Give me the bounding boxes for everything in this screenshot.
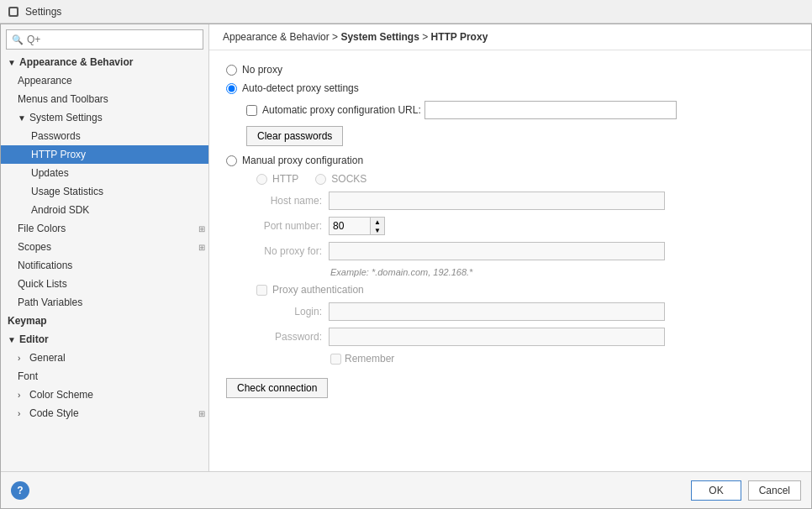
check-connection-row: Check connection xyxy=(226,378,794,398)
sidebar-item-label: General xyxy=(29,352,66,364)
sidebar-item-label: Keymap xyxy=(8,315,47,327)
auto-config-url-input[interactable] xyxy=(424,101,677,119)
check-connection-button[interactable]: Check connection xyxy=(226,378,328,398)
sidebar-item-label: HTTP Proxy xyxy=(31,149,86,160)
login-input[interactable] xyxy=(329,302,665,321)
auto-detect-label[interactable]: Auto-detect proxy settings xyxy=(242,82,359,94)
sidebar-item-path-variables[interactable]: Path Variables xyxy=(1,293,208,312)
remember-label: Remember xyxy=(345,353,394,365)
manual-proxy-label[interactable]: Manual proxy configuration xyxy=(242,155,363,166)
footer-buttons: OK Cancel xyxy=(691,480,801,501)
sidebar-item-editor[interactable]: ▼ Editor xyxy=(1,330,208,349)
sidebar-item-label: Notifications xyxy=(18,260,72,271)
sidebar-item-font[interactable]: Font xyxy=(1,367,208,386)
auto-detect-radio[interactable] xyxy=(226,83,237,94)
port-down-button[interactable]: ▼ xyxy=(371,226,384,234)
ok-button[interactable]: OK xyxy=(691,480,741,501)
footer-left: ? xyxy=(11,481,29,500)
settings-icon xyxy=(7,5,20,18)
sidebar-item-label: Editor xyxy=(19,333,49,345)
sidebar-item-android-sdk[interactable]: Android SDK xyxy=(1,201,208,219)
protocol-row: HTTP SOCKS xyxy=(256,173,794,185)
clear-passwords-button[interactable]: Clear passwords xyxy=(246,126,343,146)
no-proxy-label[interactable]: No proxy xyxy=(242,64,282,76)
sidebar-item-menus-toolbars[interactable]: Menus and Toolbars xyxy=(1,90,208,108)
port-input[interactable] xyxy=(329,217,371,235)
sidebar-item-http-proxy[interactable]: HTTP Proxy xyxy=(1,145,208,164)
proxy-auth-label: Proxy authentication xyxy=(272,284,364,296)
hostname-label: Host name: xyxy=(246,195,322,207)
login-row: Login: xyxy=(246,302,794,321)
noproxyfor-input[interactable] xyxy=(329,242,665,260)
breadcrumb-part3: HTTP Proxy xyxy=(431,31,488,43)
search-input[interactable] xyxy=(27,34,198,45)
sidebar-item-scopes[interactable]: Scopes ⊞ xyxy=(1,238,208,256)
password-label: Password: xyxy=(246,331,322,343)
sidebar-item-general[interactable]: › General xyxy=(1,349,208,367)
sidebar-item-system-settings[interactable]: ▼ System Settings xyxy=(1,108,208,127)
breadcrumb-sep2: > xyxy=(422,31,430,43)
sidebar: 🔍 ▼ Appearance & Behavior Appearance Men… xyxy=(1,24,209,471)
port-row: Port number: ▲ ▼ xyxy=(246,217,794,235)
sidebar-item-label: Updates xyxy=(31,167,69,179)
remember-row: Remember xyxy=(330,353,794,365)
sidebar-item-label: System Settings xyxy=(29,112,103,123)
port-up-button[interactable]: ▲ xyxy=(371,218,384,226)
sidebar-item-label: File Colors xyxy=(18,223,66,234)
sidebar-item-quick-lists[interactable]: Quick Lists xyxy=(1,275,208,293)
title-bar-text: Settings xyxy=(25,6,61,18)
sidebar-item-keymap[interactable]: Keymap xyxy=(1,312,208,330)
http-label: HTTP xyxy=(272,173,298,185)
sidebar-item-passwords[interactable]: Passwords xyxy=(1,127,208,145)
page-icon: ⊞ xyxy=(198,243,205,252)
port-spinner: ▲ ▼ xyxy=(329,217,385,235)
expand-arrow: ▼ xyxy=(18,113,26,123)
cancel-button[interactable]: Cancel xyxy=(748,480,801,501)
http-radio[interactable] xyxy=(256,174,267,185)
sidebar-item-notifications[interactable]: Notifications xyxy=(1,256,208,275)
proxy-auth-row: Proxy authentication xyxy=(256,284,794,296)
sidebar-item-label: Menus and Toolbars xyxy=(18,93,108,105)
noproxyfor-row: No proxy for: xyxy=(246,242,794,260)
search-box[interactable]: 🔍 xyxy=(6,29,203,50)
sidebar-item-updates[interactable]: Updates xyxy=(1,164,208,182)
sidebar-item-label: Color Scheme xyxy=(29,389,93,401)
sidebar-item-code-style[interactable]: › Code Style ⊞ xyxy=(1,404,208,422)
expand-arrow: ▼ xyxy=(8,335,16,344)
breadcrumb-part2: System Settings xyxy=(340,31,419,43)
sidebar-item-file-colors[interactable]: File Colors ⊞ xyxy=(1,219,208,238)
noproxyfor-label: No proxy for: xyxy=(246,245,322,257)
socks-radio[interactable] xyxy=(315,174,326,185)
remember-checkbox[interactable] xyxy=(330,354,341,365)
sidebar-item-label: Code Style xyxy=(29,407,79,419)
no-proxy-radio[interactable] xyxy=(226,65,237,76)
auto-config-row: Automatic proxy configuration URL: xyxy=(246,101,794,119)
content-area: No proxy Auto-detect proxy settings Auto… xyxy=(209,50,811,471)
auto-config-block: Automatic proxy configuration URL: Clear… xyxy=(246,101,794,146)
sidebar-item-appearance[interactable]: Appearance xyxy=(1,71,208,90)
auto-config-label[interactable]: Automatic proxy configuration URL: xyxy=(262,104,421,116)
sidebar-item-color-scheme[interactable]: › Color Scheme xyxy=(1,386,208,404)
proxy-auth-checkbox[interactable] xyxy=(256,285,267,296)
auto-detect-row: Auto-detect proxy settings xyxy=(226,82,794,94)
svg-rect-1 xyxy=(10,8,17,15)
manual-proxy-radio[interactable] xyxy=(226,155,237,166)
hostname-input[interactable] xyxy=(329,192,665,210)
breadcrumb-sep1: > xyxy=(332,31,340,43)
example-text: Example: *.domain.com, 192.168.* xyxy=(330,267,794,277)
sidebar-item-usage-statistics[interactable]: Usage Statistics xyxy=(1,182,208,201)
login-label: Login: xyxy=(246,306,322,317)
page-icon: ⊞ xyxy=(198,409,205,418)
manual-proxy-block: HTTP SOCKS Host name: Port number: xyxy=(246,173,794,365)
sidebar-item-label: Scopes xyxy=(18,241,51,253)
password-input[interactable] xyxy=(329,328,665,346)
sidebar-item-label: Appearance xyxy=(18,75,72,87)
auto-config-checkbox[interactable] xyxy=(246,105,257,116)
no-proxy-row: No proxy xyxy=(226,64,794,76)
expand-arrow: ▼ xyxy=(8,58,16,67)
sidebar-item-appearance-behavior[interactable]: ▼ Appearance & Behavior xyxy=(1,53,208,71)
breadcrumb: Appearance & Behavior > System Settings … xyxy=(209,24,811,50)
help-button[interactable]: ? xyxy=(11,481,29,500)
main-panel: Appearance & Behavior > System Settings … xyxy=(209,24,811,471)
expand-arrow: › xyxy=(18,354,26,363)
